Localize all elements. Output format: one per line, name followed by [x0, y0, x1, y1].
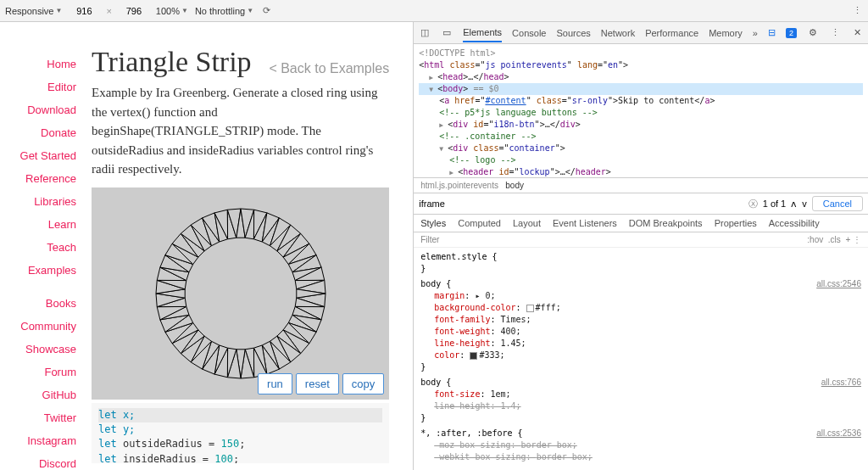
site-nav: Home Editor Download Donate Get Started … [7, 29, 85, 463]
page-title: Triangle Strip [92, 46, 252, 78]
filter-row: Filter :hov .cls + ⋮ [414, 232, 868, 248]
nav-forum[interactable]: Forum [7, 361, 81, 383]
tab-memory[interactable]: Memory [709, 28, 743, 38]
code-editor[interactable]: let x; let y; let outsideRadius = 150; l… [92, 403, 389, 464]
dim-x: × [106, 6, 111, 16]
viewport: Home Editor Download Donate Get Started … [0, 22, 414, 470]
nav-github[interactable]: GitHub [7, 383, 81, 406]
nav-donate[interactable]: Donate [7, 121, 81, 144]
nav-books[interactable]: Books [7, 292, 81, 315]
tab-sources[interactable]: Sources [556, 28, 590, 38]
nav-community[interactable]: Community [7, 315, 81, 338]
elements-tree[interactable]: <!DOCTYPE html> <html class="js pointere… [414, 44, 868, 177]
tab-computed[interactable]: Computed [458, 218, 501, 228]
messages-icon[interactable]: ⊟ [768, 27, 776, 38]
nav-download[interactable]: Download [7, 98, 81, 121]
tab-eventlisteners[interactable]: Event Listeners [553, 218, 617, 228]
nav-showcase[interactable]: Showcase [7, 338, 81, 361]
nav-libraries[interactable]: Libraries [7, 190, 81, 213]
styles-pane[interactable]: element.style {} body {all.css:2546 marg… [414, 248, 868, 470]
copy-button[interactable]: copy [342, 373, 384, 394]
close-icon[interactable]: ✕ [851, 27, 863, 39]
reset-button[interactable]: reset [296, 373, 339, 394]
messages-badge: 2 [786, 28, 797, 38]
nav-examples[interactable]: Examples [7, 259, 81, 282]
devtools-tabs: ◫ ▭ Elements Console Sources Network Per… [414, 22, 868, 44]
search-count: 1 of 1 [763, 199, 787, 209]
triangle-strip-ring [147, 200, 334, 387]
kebab-icon[interactable]: ⋮ [851, 5, 863, 17]
example-desc: Example by Ira Greenberg. Generate a clo… [92, 83, 389, 179]
run-button[interactable]: run [258, 373, 292, 394]
example-canvas: run reset copy [92, 187, 389, 400]
styles-tabs: Styles Computed Layout Event Listeners D… [414, 215, 868, 232]
nav-instagram[interactable]: Instagram [7, 429, 81, 452]
tab-styles[interactable]: Styles [420, 218, 446, 228]
back-link[interactable]: < Back to Examples [269, 61, 389, 76]
width-input[interactable] [69, 6, 99, 16]
nav-reference[interactable]: Reference [7, 167, 81, 190]
nav-twitter[interactable]: Twitter [7, 406, 81, 429]
device-icon[interactable]: ▭ [441, 27, 453, 39]
rotate-icon[interactable]: ⟳ [260, 5, 272, 17]
clear-icon[interactable]: ⓧ [748, 198, 758, 210]
add-rule-icon[interactable]: + [845, 235, 850, 244]
device-select[interactable]: Responsive▼ [5, 6, 62, 16]
cancel-button[interactable]: Cancel [812, 196, 863, 211]
tab-properties[interactable]: Properties [715, 218, 757, 228]
nav-editor[interactable]: Editor [7, 76, 81, 98]
nav-teach[interactable]: Teach [7, 236, 81, 259]
search-input[interactable] [419, 199, 743, 209]
filter-input[interactable]: Filter [420, 235, 439, 244]
tab-dombreak[interactable]: DOM Breakpoints [629, 218, 703, 228]
devtools: ◫ ▭ Elements Console Sources Network Per… [414, 22, 868, 470]
tab-network[interactable]: Network [601, 28, 635, 38]
tab-accessibility[interactable]: Accessibility [769, 218, 820, 228]
tab-performance[interactable]: Performance [645, 28, 698, 38]
nav-learn[interactable]: Learn [7, 213, 81, 236]
nav-home[interactable]: Home [7, 53, 81, 76]
kebab-icon[interactable]: ⋮ [829, 27, 841, 39]
hov-toggle[interactable]: :hov [807, 235, 823, 244]
throttle-select[interactable]: No throttling▼ [195, 6, 253, 16]
styles-kebab-icon[interactable]: ⋮ [853, 235, 861, 244]
tab-elements[interactable]: Elements [463, 27, 502, 42]
next-icon[interactable]: v [802, 199, 807, 209]
tab-console[interactable]: Console [512, 28, 546, 38]
height-input[interactable] [119, 6, 149, 16]
gear-icon[interactable]: ⚙ [807, 27, 819, 39]
device-toolbar: Responsive▼ × 100%▼ No throttling▼ ⟳ ⋮ [0, 0, 868, 22]
breadcrumb[interactable]: html.js.pointerevents body [414, 177, 868, 193]
tab-layout[interactable]: Layout [513, 218, 541, 228]
nav-getstarted[interactable]: Get Started [7, 144, 81, 167]
search-bar: ⓧ 1 of 1 ʌ v Cancel [414, 193, 868, 215]
zoom-select[interactable]: 100%▼ [156, 6, 188, 16]
cls-toggle[interactable]: .cls [828, 235, 841, 244]
inspect-icon[interactable]: ◫ [419, 27, 431, 39]
nav-discord[interactable]: Discord [7, 452, 81, 470]
tab-more[interactable]: » [753, 28, 758, 38]
prev-icon[interactable]: ʌ [791, 199, 797, 210]
